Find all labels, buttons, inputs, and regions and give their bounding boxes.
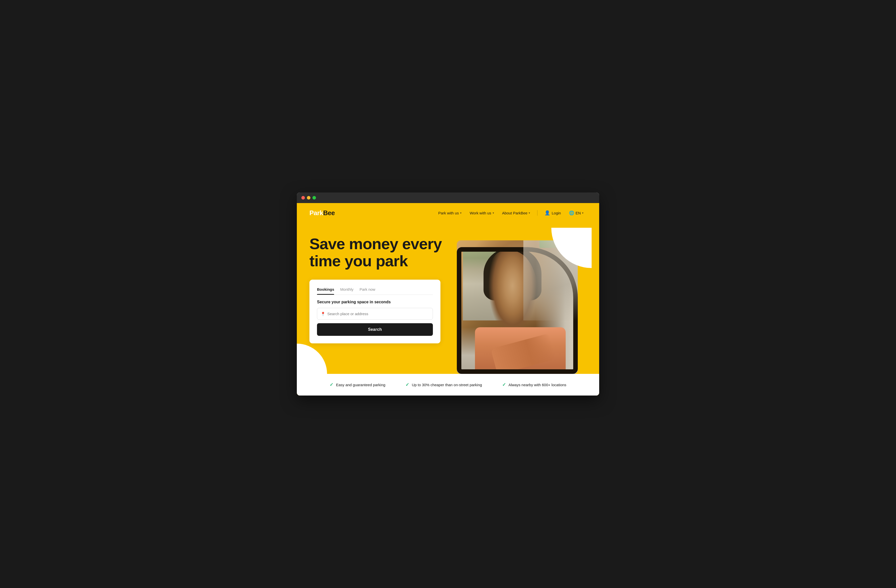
close-button[interactable] [301, 196, 305, 200]
lang-chevron-icon: ▾ [582, 211, 584, 215]
nav-language[interactable]: 🌐 EN ▾ [566, 208, 587, 218]
logo-bee-text: Bee [323, 209, 335, 217]
tab-park-now[interactable]: Park now [360, 287, 375, 294]
tab-bookings[interactable]: Bookings [317, 287, 334, 294]
nav-park-with-us-label: Park with us [438, 211, 459, 215]
globe-icon: 🌐 [569, 210, 574, 216]
logo-park-text: Park [309, 209, 323, 217]
checkmark-icon-2: ✓ [405, 382, 409, 387]
hero-right [448, 228, 587, 374]
about-chevron-icon: ▾ [529, 211, 530, 215]
hero-section: Save money every time you park Bookings … [297, 223, 599, 374]
feature-3: ✓ Always nearby with 600+ locations [502, 382, 567, 387]
car-mirror-image [457, 240, 578, 374]
booking-card: Bookings Monthly Park now Secure your pa… [309, 280, 440, 343]
feature-2-text: Up to 30% cheaper than on-street parking [412, 383, 482, 387]
logo[interactable]: ParkBee [309, 209, 335, 217]
park-with-us-chevron-icon: ▾ [460, 211, 462, 215]
login-label: Login [552, 211, 561, 215]
minimize-button[interactable] [307, 196, 311, 200]
green-sign [539, 240, 559, 248]
page: ParkBee Park with us ▾ Work with us ▾ Ab… [297, 203, 599, 396]
booking-tabs: Bookings Monthly Park now [317, 287, 433, 295]
nav-work-with-us[interactable]: Work with us ▾ [467, 209, 497, 217]
browser-titlebar [297, 192, 599, 203]
headline-line1: Save money every [309, 235, 442, 253]
nav-work-with-us-label: Work with us [470, 211, 491, 215]
hero-headline: Save money every time you park [309, 235, 448, 270]
location-pin-icon: 📍 [320, 311, 326, 316]
hero-left: Save money every time you park Bookings … [309, 228, 448, 343]
feature-3-text: Always nearby with 600+ locations [509, 383, 567, 387]
headline-line2: time you park [309, 252, 408, 270]
navbar: ParkBee Park with us ▾ Work with us ▾ Ab… [297, 203, 599, 223]
nav-links: Park with us ▾ Work with us ▾ About Park… [435, 208, 587, 218]
feature-1: ✓ Easy and guaranteed parking [329, 382, 385, 387]
language-label: EN [576, 211, 581, 215]
nav-about-parkbee[interactable]: About ParkBee ▾ [499, 209, 533, 217]
work-with-us-chevron-icon: ▾ [492, 211, 494, 215]
feature-1-text: Easy and guaranteed parking [336, 383, 385, 387]
hero-image [457, 240, 578, 374]
person-icon: 👤 [544, 210, 550, 216]
nav-divider [537, 210, 538, 216]
search-button[interactable]: Search [317, 323, 433, 336]
nav-login[interactable]: 👤 Login [541, 208, 564, 218]
checkmark-icon-1: ✓ [329, 382, 333, 387]
checkmark-icon-3: ✓ [502, 382, 506, 387]
search-input[interactable] [317, 308, 433, 320]
tab-monthly[interactable]: Monthly [340, 287, 354, 294]
features-bar: ✓ Easy and guaranteed parking ✓ Up to 30… [297, 374, 599, 396]
nav-park-with-us[interactable]: Park with us ▾ [435, 209, 465, 217]
nav-about-label: About ParkBee [502, 211, 527, 215]
maximize-button[interactable] [312, 196, 316, 200]
feature-2: ✓ Up to 30% cheaper than on-street parki… [405, 382, 482, 387]
booking-subtitle: Secure your parking space in seconds [317, 300, 433, 304]
search-input-wrapper: 📍 [317, 308, 433, 320]
mirror-frame [457, 247, 578, 374]
